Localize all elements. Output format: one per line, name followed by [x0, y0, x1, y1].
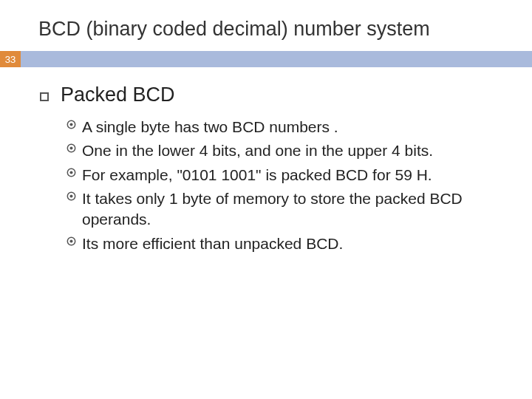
target-bullet-icon: [66, 143, 76, 153]
page-number-box: 33: [0, 51, 21, 67]
target-bullet-icon: [66, 168, 76, 177]
target-bullet-icon: [66, 120, 76, 129]
square-bullet-icon: [40, 92, 49, 101]
bullet-text: One in the lower 4 bits, and one in the …: [82, 140, 433, 161]
svg-point-5: [70, 171, 73, 174]
slide: BCD (binary coded decimal) number system…: [0, 0, 532, 399]
heading-row: Packed BCD: [40, 83, 505, 106]
bullet-text: It takes only 1 byte of memory to store …: [82, 188, 505, 231]
svg-point-3: [70, 147, 73, 150]
content-area: Packed BCD A single byte has two BCD num…: [0, 67, 532, 254]
page-number: 33: [5, 54, 16, 65]
list-item: For example, "0101 1001" is packed BCD f…: [66, 165, 505, 185]
heading-text: Packed BCD: [61, 83, 175, 106]
bullet-text: For example, "0101 1001" is packed BCD f…: [82, 165, 432, 185]
svg-point-7: [70, 195, 73, 198]
bullet-text: Its more efficient than unpacked BCD.: [82, 233, 343, 254]
target-bullet-icon: [66, 236, 76, 246]
bullet-list: A single byte has two BCD numbers . One …: [40, 117, 505, 254]
svg-point-1: [70, 123, 73, 126]
list-item: Its more efficient than unpacked BCD.: [66, 233, 505, 254]
list-item: One in the lower 4 bits, and one in the …: [66, 140, 505, 161]
svg-point-9: [70, 239, 73, 242]
slide-title: BCD (binary coded decimal) number system: [0, 0, 532, 51]
bullet-text: A single byte has two BCD numbers .: [82, 117, 338, 137]
accent-bar: 33: [0, 51, 532, 67]
list-item: It takes only 1 byte of memory to store …: [66, 188, 505, 231]
list-item: A single byte has two BCD numbers .: [66, 117, 505, 137]
target-bullet-icon: [66, 191, 76, 201]
